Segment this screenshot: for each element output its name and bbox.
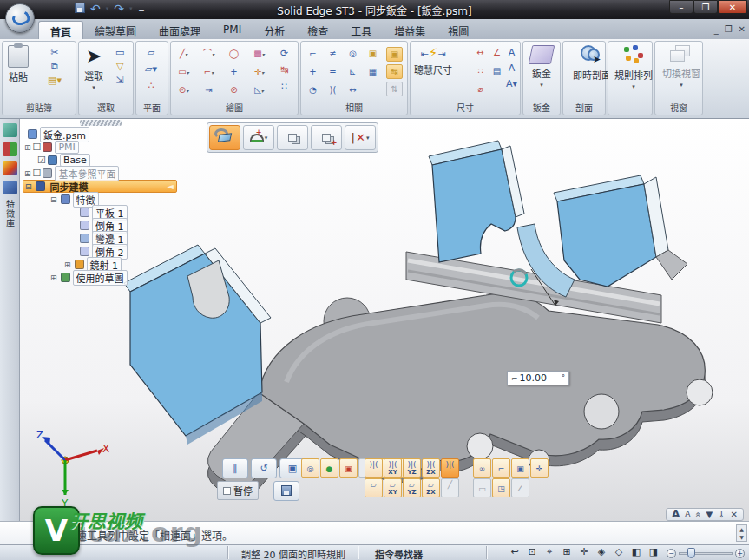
sensors-tab-icon[interactable] <box>3 142 17 156</box>
collinear-icon[interactable]: ≠ <box>325 48 340 61</box>
doc-close-button[interactable]: ✕ <box>739 24 746 34</box>
save-rules-button[interactable] <box>273 481 299 501</box>
rotate-icon[interactable]: ◈ <box>595 546 608 557</box>
text-style-icon[interactable]: A <box>506 47 517 58</box>
tab-analysis[interactable]: 分析 <box>253 21 296 39</box>
zoom-icon[interactable]: ⌖ <box>542 546 556 557</box>
live-section-button[interactable]: ➤ 即時剖面 <box>573 45 611 82</box>
prompt-dropdown[interactable]: ▼ <box>706 509 713 520</box>
lock-base-button[interactable]: ▣ <box>511 458 529 478</box>
tab-inspect[interactable]: 檢查 <box>296 21 339 39</box>
text-small-icon[interactable]: A▾ <box>506 78 517 89</box>
minimize-button[interactable]: – <box>669 0 693 14</box>
symmetric-xy-button[interactable]: )|(XY <box>384 458 402 478</box>
select-arrows-icon[interactable]: ⇲ <box>115 75 124 86</box>
coordinate-dimension-icon[interactable]: ∷ <box>473 65 488 78</box>
group-caption[interactable]: 鈑金 <box>523 101 560 114</box>
offset-rule-button[interactable]: ▣ <box>339 458 358 478</box>
group-caption[interactable]: 尺寸 <box>411 101 520 114</box>
application-button[interactable] <box>5 3 35 33</box>
smart-dimension-button[interactable]: ⇤⚡⇥ 聰慧尺寸 <box>414 45 452 76</box>
tab-sketch[interactable]: 繪製草圖 <box>83 21 148 39</box>
group-caption[interactable]: 繪圖 <box>171 101 298 114</box>
circle-arrow-icon[interactable]: ◯ <box>227 48 241 61</box>
tab-home[interactable]: 首頁 <box>38 21 83 39</box>
group-caption[interactable]: 選取 <box>79 101 133 114</box>
expander-icon[interactable]: ⊞ <box>50 273 57 282</box>
expander-icon[interactable]: ⊟ <box>50 195 57 204</box>
tree-item-used-sketches[interactable]: ⊞ 使用的草圖 <box>23 271 177 284</box>
group-caption[interactable]: 剪貼簿 <box>3 101 76 114</box>
tree-item-tab1[interactable]: 平板 1 <box>23 206 177 219</box>
fillet-icon[interactable]: ⌐▾ <box>201 66 216 79</box>
tree-item-features[interactable]: ⊟ 特徵 <box>23 193 177 206</box>
coplanar-axis-button[interactable]: ✛ <box>530 458 549 478</box>
symmetric-diameter-icon[interactable]: ⌀ <box>473 83 488 96</box>
pathfinder-grip[interactable] <box>80 120 122 126</box>
tree-item-bend2[interactable]: 倒角 2 <box>23 245 177 258</box>
cut-icon[interactable]: ✂ <box>48 47 62 58</box>
prompt-close[interactable]: ✕ <box>731 509 738 520</box>
zoom-out-button[interactable]: − <box>667 549 676 558</box>
prompt-font-increase[interactable]: A <box>672 509 680 520</box>
model-canvas[interactable]: Z X Y 鈑金.psm ⊞ ☐ PMI ☑ Base <box>0 119 749 521</box>
tree-item-bend1[interactable]: 倒角 1 <box>23 219 177 232</box>
tree-item-sync-modeling[interactable]: ⊟ 同步建模 ◄ <box>23 180 177 193</box>
sheetmetal-button[interactable]: 鈑金 ▾ <box>530 45 553 89</box>
symmetric-icon[interactable]: )( <box>325 84 340 97</box>
pattern-button[interactable]: 規則排列 ▾ <box>614 45 653 90</box>
tree-item-pmi[interactable]: ⊞ ☐ PMI <box>23 141 177 154</box>
relationship-handles-toggle[interactable]: ↹ <box>386 64 403 79</box>
select-filter-icon[interactable]: ▽ <box>115 61 124 72</box>
paste-button[interactable]: 粘貼 <box>8 45 29 83</box>
clear-relations-button[interactable]: |✕▾ <box>345 125 376 150</box>
sketch-view-icon[interactable]: ⟳ <box>280 48 288 59</box>
last-view-icon[interactable]: ↩ <box>508 546 522 557</box>
display-config-button[interactable]: ▾ <box>243 125 274 150</box>
expander-icon[interactable]: ⊟ <box>25 182 32 191</box>
symmetric-yz-button[interactable]: )|(YZ <box>403 458 421 478</box>
offset-icon[interactable]: ↹ <box>280 64 288 76</box>
tab-pmi[interactable]: PMI <box>212 21 253 39</box>
concentric-icon[interactable]: ◎ <box>345 48 360 61</box>
more-planes-icon[interactable]: ▱▾ <box>145 63 157 75</box>
tab-addins[interactable]: 增益集 <box>383 21 437 39</box>
symmetric-active-button[interactable]: )|( <box>441 458 459 478</box>
symmetric-zx-button[interactable]: )|(ZX <box>422 458 440 478</box>
free-move-button[interactable]: ╱ <box>441 478 459 497</box>
parallel-icon[interactable]: ↔ <box>345 84 360 97</box>
circle-center-icon[interactable]: ⊙▾ <box>176 84 191 97</box>
restore-button[interactable]: ↺ <box>251 458 277 478</box>
feature-library-label[interactable]: 特徵庫 <box>3 200 16 228</box>
zoom-in-button[interactable]: + <box>735 549 745 558</box>
group-caption[interactable]: 平面 <box>136 101 168 114</box>
rigid-set-icon[interactable]: ▦ <box>365 66 380 79</box>
pause-button[interactable]: ∥ <box>222 458 248 478</box>
checkbox[interactable]: ☑ <box>37 155 46 166</box>
concentric-hole-button[interactable]: ∞ <box>473 458 491 478</box>
rotate-face-button[interactable] <box>209 125 240 150</box>
group-caption[interactable]: 相關 <box>301 101 407 114</box>
pause-checkbox[interactable]: 暫停 <box>217 481 259 500</box>
restore-button[interactable]: ❐ <box>693 0 718 14</box>
parallel-zx-button[interactable]: ▱ZX <box>422 478 440 497</box>
pattern-fill-icon[interactable]: ▩▾ <box>252 48 266 61</box>
view-styles-icon[interactable]: ◨ <box>647 546 660 557</box>
delete-curve-icon[interactable]: ⊘ <box>227 84 241 97</box>
tab-tools[interactable]: 工具 <box>339 21 383 39</box>
select-box-icon[interactable]: ▭ <box>115 47 124 58</box>
horizontal-vertical-icon[interactable]: + <box>306 66 320 79</box>
checkbox-icon[interactable] <box>223 487 231 495</box>
copy-icon[interactable]: ⧉ <box>48 61 62 72</box>
zoom-handle[interactable] <box>687 548 695 558</box>
group-caption[interactable]: 視窗 <box>655 101 702 114</box>
grid-icon[interactable]: ∷ <box>280 81 288 92</box>
equal-icon[interactable]: = <box>325 66 340 79</box>
prompt-scroll-spinner[interactable]: ▲▼ <box>736 524 747 542</box>
prompt-collapse[interactable]: « <box>693 511 704 517</box>
close-button[interactable]: ✕ <box>718 0 747 14</box>
paste-special-icon[interactable]: ▤▾ <box>48 75 62 86</box>
distance-between-icon[interactable]: ↔ <box>473 47 488 60</box>
parallel-yz-button[interactable]: ▱YZ <box>403 478 421 497</box>
extend-rule-button[interactable]: ◳ <box>492 478 510 497</box>
